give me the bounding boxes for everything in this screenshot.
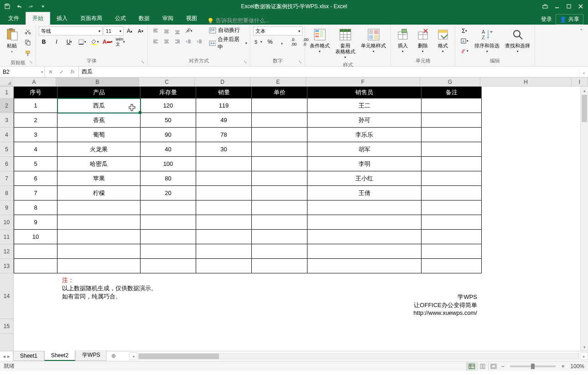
decrease-font-button[interactable]: A▾ <box>135 26 146 36</box>
cell[interactable]: 销售员 <box>307 87 421 98</box>
cell[interactable] <box>196 244 252 259</box>
cell[interactable] <box>421 157 482 171</box>
column-header-E[interactable]: E <box>250 77 306 86</box>
cell[interactable]: 火龙果 <box>57 142 140 157</box>
cell[interactable] <box>252 215 307 230</box>
qat-customize-icon[interactable]: ▾ <box>37 1 48 12</box>
conditional-format-button[interactable]: 条件格式▾ <box>308 26 332 55</box>
cell[interactable] <box>196 215 252 230</box>
cell[interactable]: 20 <box>140 186 196 200</box>
cell[interactable]: 120 <box>140 98 196 113</box>
cell[interactable]: 单价 <box>252 87 307 98</box>
collapse-ribbon-button[interactable]: ⌃ <box>576 26 586 36</box>
cell[interactable] <box>252 113 307 128</box>
cell[interactable] <box>421 98 482 113</box>
cell[interactable] <box>57 259 140 273</box>
cell[interactable]: 30 <box>196 142 252 157</box>
sort-filter-button[interactable]: AZ排序和筛选▾ <box>473 26 501 55</box>
underline-button[interactable]: U▾ <box>64 37 74 46</box>
cell-styles-button[interactable]: 单元格样式▾ <box>359 26 388 55</box>
cell[interactable] <box>196 230 252 244</box>
cell[interactable] <box>307 200 421 215</box>
cell[interactable]: 葡萄 <box>57 128 140 142</box>
cell[interactable]: 4 <box>14 142 57 157</box>
spreadsheet-grid[interactable]: ABCDEFGHI 123456789101112131415 序号产品库存量销… <box>0 77 588 351</box>
zoom-out-button[interactable]: − <box>499 363 506 370</box>
cell[interactable]: 1 <box>14 98 57 113</box>
row-header-5[interactable]: 5 <box>0 142 13 157</box>
sheet-tab-学WPS[interactable]: 学WPS <box>75 350 107 361</box>
cell[interactable] <box>252 157 307 171</box>
align-left-button[interactable] <box>151 37 161 46</box>
view-normal-button[interactable] <box>466 362 476 370</box>
note-right[interactable]: 学WPS让OFFICE办公变得简单http://www.xuewps.com/ <box>252 273 482 319</box>
cell[interactable] <box>196 200 252 215</box>
format-cells-button[interactable]: 格式▾ <box>434 26 452 55</box>
row-header-7[interactable]: 7 <box>0 171 13 186</box>
maximize-icon[interactable] <box>563 1 574 12</box>
cell[interactable]: 王二 <box>307 98 421 113</box>
column-header-B[interactable]: B <box>56 77 139 86</box>
fill-button[interactable]: ▾ <box>458 36 471 46</box>
cell[interactable] <box>140 215 196 230</box>
accounting-button[interactable]: $▾ <box>253 37 263 46</box>
cell[interactable]: 9 <box>14 215 57 230</box>
align-bottom-button[interactable] <box>172 26 182 36</box>
font-color-button[interactable]: A▾ <box>103 37 113 46</box>
login-link[interactable]: 登录 <box>541 15 552 23</box>
cell[interactable] <box>307 244 421 259</box>
sheet-nav-prev[interactable]: ◂ <box>3 353 5 360</box>
wrap-text-button[interactable]: 自动换行 <box>209 26 247 34</box>
phonetic-button[interactable]: wén文▾ <box>115 37 125 46</box>
cell[interactable]: 孙可 <box>307 113 421 128</box>
column-header-I[interactable]: I <box>572 77 588 86</box>
tab-formula[interactable]: 公式 <box>109 12 132 25</box>
row-header-9[interactable]: 9 <box>0 200 13 215</box>
cell[interactable]: 苹果 <box>57 171 140 186</box>
cell[interactable] <box>196 186 252 200</box>
row-header-14[interactable]: 14 <box>0 273 13 319</box>
cell[interactable]: 78 <box>196 128 252 142</box>
cell[interactable]: 3 <box>14 128 57 142</box>
cell[interactable] <box>252 128 307 142</box>
cell[interactable] <box>140 200 196 215</box>
cell[interactable] <box>307 259 421 273</box>
cell[interactable] <box>252 259 307 273</box>
row-header-15[interactable]: 15 <box>0 319 13 334</box>
cell[interactable]: 10 <box>14 230 57 244</box>
align-top-button[interactable] <box>151 26 161 36</box>
orientation-button[interactable]: ab▾ <box>183 26 193 36</box>
font-name-combo[interactable]: 等线▾ <box>39 26 103 36</box>
tab-view[interactable]: 视图 <box>180 12 203 25</box>
merge-center-button[interactable]: 合并后居中 ▾ <box>209 36 247 51</box>
cell[interactable]: 柠檬 <box>57 186 140 200</box>
zoom-in-button[interactable]: + <box>559 363 567 370</box>
horizontal-scrollbar[interactable]: ◂ ▸ <box>130 351 588 361</box>
cell[interactable] <box>252 244 307 259</box>
enter-formula-button[interactable]: ✓ <box>57 68 66 76</box>
cell[interactable] <box>421 244 482 259</box>
italic-button[interactable]: I <box>52 37 62 46</box>
cell[interactable]: 8 <box>14 200 57 215</box>
cell[interactable]: 80 <box>140 171 196 186</box>
cell[interactable]: 备注 <box>421 87 482 98</box>
redo-icon[interactable] <box>26 1 36 12</box>
column-header-C[interactable]: C <box>139 77 195 86</box>
autosum-button[interactable]: Σ▾ <box>458 26 471 36</box>
row-header-12[interactable]: 12 <box>0 244 13 259</box>
cell[interactable] <box>196 157 252 171</box>
cell[interactable] <box>421 215 482 230</box>
cell[interactable]: 2 <box>14 113 57 128</box>
number-dialog-launcher[interactable]: ⤡ <box>298 60 304 65</box>
cell[interactable]: 119 <box>196 98 252 113</box>
cell[interactable] <box>307 230 421 244</box>
row-header-8[interactable]: 8 <box>0 186 13 200</box>
insert-cells-button[interactable]: 插入▾ <box>394 26 412 55</box>
cell[interactable]: 50 <box>140 113 196 128</box>
cell[interactable]: 49 <box>196 113 252 128</box>
tab-data[interactable]: 数据 <box>132 12 156 25</box>
comma-button[interactable]: , <box>277 37 287 46</box>
cell[interactable]: 李乐乐 <box>307 128 421 142</box>
row-header-10[interactable]: 10 <box>0 215 13 230</box>
cell[interactable] <box>421 200 482 215</box>
